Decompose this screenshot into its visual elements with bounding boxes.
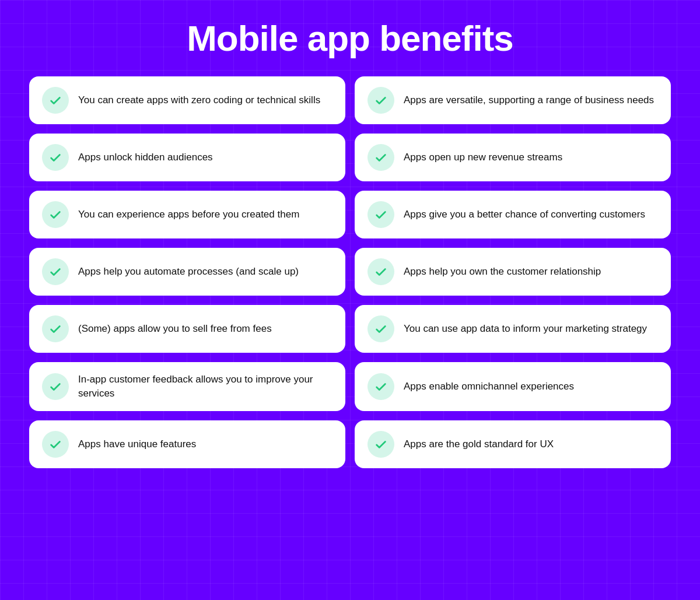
check-icon-4: [368, 144, 394, 171]
benefit-text-10: You can use app data to inform your mark…: [404, 322, 647, 336]
benefit-text-3: Apps unlock hidden audiences: [78, 150, 213, 164]
benefit-text-13: Apps have unique features: [78, 437, 196, 451]
check-icon-12: [368, 373, 394, 400]
benefit-card-8: Apps help you own the customer relations…: [355, 248, 671, 296]
benefit-card-12: Apps enable omnichannel experiences: [355, 362, 671, 411]
benefit-text-5: You can experience apps before you creat…: [78, 208, 299, 222]
check-icon-2: [368, 87, 394, 114]
check-icon-11: [42, 373, 69, 400]
benefit-text-9: (Some) apps allow you to sell free from …: [78, 322, 272, 336]
benefit-card-10: You can use app data to inform your mark…: [355, 305, 671, 353]
benefit-text-1: You can create apps with zero coding or …: [78, 93, 320, 107]
benefit-card-1: You can create apps with zero coding or …: [29, 76, 345, 124]
page-title: Mobile app benefits: [187, 17, 513, 59]
check-icon-3: [42, 144, 69, 171]
check-icon-9: [42, 315, 69, 342]
check-icon-6: [368, 201, 394, 228]
benefit-text-8: Apps help you own the customer relations…: [404, 265, 601, 279]
check-icon-10: [368, 315, 394, 342]
benefit-card-13: Apps have unique features: [29, 420, 345, 468]
check-icon-1: [42, 87, 69, 114]
benefit-card-4: Apps open up new revenue streams: [355, 134, 671, 181]
benefit-card-9: (Some) apps allow you to sell free from …: [29, 305, 345, 353]
benefit-card-5: You can experience apps before you creat…: [29, 191, 345, 238]
check-icon-5: [42, 201, 69, 228]
benefit-text-7: Apps help you automate processes (and sc…: [78, 265, 299, 279]
benefit-text-11: In-app customer feedback allows you to i…: [78, 373, 332, 401]
benefit-text-2: Apps are versatile, supporting a range o…: [404, 93, 654, 107]
benefit-card-6: Apps give you a better chance of convert…: [355, 191, 671, 238]
check-icon-13: [42, 431, 69, 458]
benefit-text-12: Apps enable omnichannel experiences: [404, 380, 574, 394]
benefit-text-4: Apps open up new revenue streams: [404, 150, 562, 164]
benefits-grid: You can create apps with zero coding or …: [29, 76, 671, 468]
benefit-card-11: In-app customer feedback allows you to i…: [29, 362, 345, 411]
benefit-card-2: Apps are versatile, supporting a range o…: [355, 76, 671, 124]
check-icon-7: [42, 258, 69, 285]
benefit-card-3: Apps unlock hidden audiences: [29, 134, 345, 181]
check-icon-8: [368, 258, 394, 285]
benefit-card-7: Apps help you automate processes (and sc…: [29, 248, 345, 296]
benefit-card-14: Apps are the gold standard for UX: [355, 420, 671, 468]
check-icon-14: [368, 431, 394, 458]
benefit-text-14: Apps are the gold standard for UX: [404, 437, 554, 451]
benefit-text-6: Apps give you a better chance of convert…: [404, 208, 645, 222]
